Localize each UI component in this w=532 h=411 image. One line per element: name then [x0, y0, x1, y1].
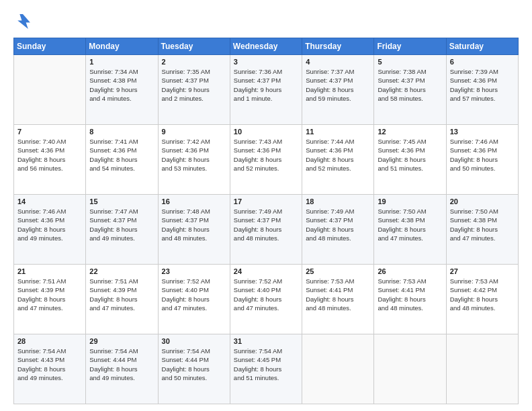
- day-number: 19: [378, 197, 442, 205]
- day-info: Sunrise: 7:43 AM Sunset: 4:36 PM Dayligh…: [234, 137, 298, 173]
- calendar-cell: 15Sunrise: 7:47 AM Sunset: 4:37 PM Dayli…: [86, 195, 158, 265]
- day-number: 8: [89, 128, 154, 136]
- day-number: 10: [234, 128, 298, 136]
- day-info: Sunrise: 7:44 AM Sunset: 4:36 PM Dayligh…: [306, 137, 370, 173]
- svg-marker-0: [17, 14, 30, 29]
- day-info: Sunrise: 7:51 AM Sunset: 4:39 PM Dayligh…: [89, 277, 154, 312]
- day-info: Sunrise: 7:41 AM Sunset: 4:36 PM Dayligh…: [89, 137, 154, 173]
- day-info: Sunrise: 7:54 AM Sunset: 4:43 PM Dayligh…: [17, 347, 82, 382]
- col-header-saturday: Saturday: [446, 38, 518, 55]
- calendar-table: SundayMondayTuesdayWednesdayThursdayFrid…: [13, 38, 519, 404]
- day-info: Sunrise: 7:54 AM Sunset: 4:45 PM Dayligh…: [234, 347, 298, 382]
- day-info: Sunrise: 7:34 AM Sunset: 4:38 PM Dayligh…: [89, 67, 154, 103]
- col-header-friday: Friday: [374, 38, 446, 55]
- calendar-cell: 31Sunrise: 7:54 AM Sunset: 4:45 PM Dayli…: [230, 334, 302, 404]
- calendar-week-row: 1Sunrise: 7:34 AM Sunset: 4:38 PM Daylig…: [14, 55, 519, 125]
- day-info: Sunrise: 7:54 AM Sunset: 4:44 PM Dayligh…: [89, 347, 154, 382]
- day-number: 5: [378, 58, 442, 66]
- day-info: Sunrise: 7:46 AM Sunset: 4:36 PM Dayligh…: [17, 207, 82, 242]
- calendar-cell: 11Sunrise: 7:44 AM Sunset: 4:36 PM Dayli…: [302, 125, 374, 195]
- calendar-cell: 28Sunrise: 7:54 AM Sunset: 4:43 PM Dayli…: [14, 334, 86, 404]
- calendar-cell: [374, 334, 446, 404]
- day-number: 16: [162, 197, 226, 205]
- calendar-cell: 12Sunrise: 7:45 AM Sunset: 4:36 PM Dayli…: [374, 125, 446, 195]
- calendar-cell: 2Sunrise: 7:35 AM Sunset: 4:37 PM Daylig…: [158, 55, 230, 125]
- day-number: 17: [234, 197, 298, 205]
- day-info: Sunrise: 7:51 AM Sunset: 4:39 PM Dayligh…: [17, 277, 82, 312]
- col-header-thursday: Thursday: [302, 38, 374, 55]
- day-number: 24: [234, 267, 298, 275]
- day-number: 6: [450, 58, 515, 66]
- day-info: Sunrise: 7:52 AM Sunset: 4:40 PM Dayligh…: [162, 277, 226, 312]
- day-info: Sunrise: 7:52 AM Sunset: 4:40 PM Dayligh…: [234, 277, 298, 312]
- day-number: 31: [234, 337, 298, 345]
- day-info: Sunrise: 7:53 AM Sunset: 4:41 PM Dayligh…: [306, 277, 370, 312]
- page: SundayMondayTuesdayWednesdayThursdayFrid…: [0, 0, 532, 411]
- day-number: 18: [306, 197, 370, 205]
- day-number: 11: [306, 128, 370, 136]
- day-info: Sunrise: 7:49 AM Sunset: 4:37 PM Dayligh…: [306, 207, 370, 242]
- day-number: 12: [378, 128, 442, 136]
- day-info: Sunrise: 7:45 AM Sunset: 4:36 PM Dayligh…: [378, 137, 442, 173]
- calendar-cell: 16Sunrise: 7:48 AM Sunset: 4:37 PM Dayli…: [158, 195, 230, 265]
- calendar-cell: 9Sunrise: 7:42 AM Sunset: 4:36 PM Daylig…: [158, 125, 230, 195]
- day-number: 20: [450, 197, 515, 205]
- calendar-cell: 21Sunrise: 7:51 AM Sunset: 4:39 PM Dayli…: [14, 265, 86, 334]
- col-header-sunday: Sunday: [14, 38, 86, 55]
- calendar-cell: 26Sunrise: 7:53 AM Sunset: 4:41 PM Dayli…: [374, 265, 446, 334]
- calendar-cell: 25Sunrise: 7:53 AM Sunset: 4:41 PM Dayli…: [302, 265, 374, 334]
- calendar-cell: 29Sunrise: 7:54 AM Sunset: 4:44 PM Dayli…: [86, 334, 158, 404]
- header: [13, 12, 519, 31]
- day-number: 13: [450, 128, 515, 136]
- calendar-cell: 18Sunrise: 7:49 AM Sunset: 4:37 PM Dayli…: [302, 195, 374, 265]
- day-number: 9: [162, 128, 226, 136]
- logo-icon: [13, 12, 32, 31]
- calendar-cell: [302, 334, 374, 404]
- day-info: Sunrise: 7:49 AM Sunset: 4:37 PM Dayligh…: [234, 207, 298, 242]
- day-info: Sunrise: 7:53 AM Sunset: 4:41 PM Dayligh…: [378, 277, 442, 312]
- calendar-cell: 7Sunrise: 7:40 AM Sunset: 4:36 PM Daylig…: [14, 125, 86, 195]
- calendar-header-row: SundayMondayTuesdayWednesdayThursdayFrid…: [14, 38, 519, 55]
- calendar-cell: 17Sunrise: 7:49 AM Sunset: 4:37 PM Dayli…: [230, 195, 302, 265]
- day-number: 2: [162, 58, 226, 66]
- day-info: Sunrise: 7:48 AM Sunset: 4:37 PM Dayligh…: [162, 207, 226, 242]
- day-number: 29: [89, 337, 154, 345]
- calendar-cell: 22Sunrise: 7:51 AM Sunset: 4:39 PM Dayli…: [86, 265, 158, 334]
- day-info: Sunrise: 7:37 AM Sunset: 4:37 PM Dayligh…: [306, 67, 370, 103]
- day-number: 1: [89, 58, 154, 66]
- calendar-cell: [446, 334, 518, 404]
- calendar-cell: 8Sunrise: 7:41 AM Sunset: 4:36 PM Daylig…: [86, 125, 158, 195]
- calendar-week-row: 21Sunrise: 7:51 AM Sunset: 4:39 PM Dayli…: [14, 265, 519, 334]
- day-info: Sunrise: 7:40 AM Sunset: 4:36 PM Dayligh…: [17, 137, 82, 173]
- calendar-cell: 27Sunrise: 7:53 AM Sunset: 4:42 PM Dayli…: [446, 265, 518, 334]
- calendar-cell: 19Sunrise: 7:50 AM Sunset: 4:38 PM Dayli…: [374, 195, 446, 265]
- day-number: 22: [89, 267, 154, 275]
- calendar-cell: 30Sunrise: 7:54 AM Sunset: 4:44 PM Dayli…: [158, 334, 230, 404]
- day-info: Sunrise: 7:50 AM Sunset: 4:38 PM Dayligh…: [450, 207, 515, 242]
- day-number: 21: [17, 267, 82, 275]
- logo: [13, 12, 35, 31]
- day-number: 27: [450, 267, 515, 275]
- day-number: 28: [17, 337, 82, 345]
- day-number: 3: [234, 58, 298, 66]
- day-info: Sunrise: 7:54 AM Sunset: 4:44 PM Dayligh…: [162, 347, 226, 382]
- day-number: 14: [17, 197, 82, 205]
- day-info: Sunrise: 7:39 AM Sunset: 4:36 PM Dayligh…: [450, 67, 515, 103]
- day-number: 25: [306, 267, 370, 275]
- calendar-cell: 1Sunrise: 7:34 AM Sunset: 4:38 PM Daylig…: [86, 55, 158, 125]
- calendar-cell: [14, 55, 86, 125]
- calendar-cell: 3Sunrise: 7:36 AM Sunset: 4:37 PM Daylig…: [230, 55, 302, 125]
- day-info: Sunrise: 7:36 AM Sunset: 4:37 PM Dayligh…: [234, 67, 298, 103]
- calendar-cell: 5Sunrise: 7:38 AM Sunset: 4:37 PM Daylig…: [374, 55, 446, 125]
- day-number: 23: [162, 267, 226, 275]
- calendar-cell: 23Sunrise: 7:52 AM Sunset: 4:40 PM Dayli…: [158, 265, 230, 334]
- day-info: Sunrise: 7:53 AM Sunset: 4:42 PM Dayligh…: [450, 277, 515, 312]
- day-number: 26: [378, 267, 442, 275]
- day-info: Sunrise: 7:50 AM Sunset: 4:38 PM Dayligh…: [378, 207, 442, 242]
- calendar-cell: 10Sunrise: 7:43 AM Sunset: 4:36 PM Dayli…: [230, 125, 302, 195]
- calendar-cell: 6Sunrise: 7:39 AM Sunset: 4:36 PM Daylig…: [446, 55, 518, 125]
- day-info: Sunrise: 7:47 AM Sunset: 4:37 PM Dayligh…: [89, 207, 154, 242]
- day-number: 7: [17, 128, 82, 136]
- day-number: 4: [306, 58, 370, 66]
- day-number: 15: [89, 197, 154, 205]
